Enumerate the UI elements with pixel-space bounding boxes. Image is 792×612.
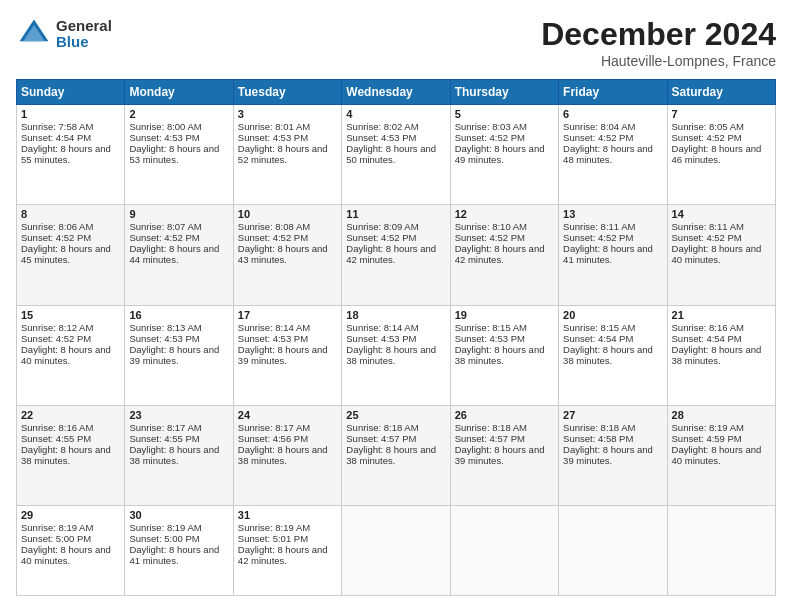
calendar-table: Sunday Monday Tuesday Wednesday Thursday… <box>16 79 776 596</box>
logo-icon <box>16 16 52 52</box>
table-row: 10Sunrise: 8:08 AMSunset: 4:52 PMDayligh… <box>233 205 341 305</box>
sunset-text: Sunset: 4:54 PM <box>563 333 633 344</box>
header-wednesday: Wednesday <box>342 80 450 105</box>
sunrise-text: Sunrise: 8:18 AM <box>563 422 635 433</box>
day-number: 15 <box>21 309 120 321</box>
sunrise-text: Sunrise: 8:16 AM <box>21 422 93 433</box>
sunrise-text: Sunrise: 8:06 AM <box>21 221 93 232</box>
table-row: 11Sunrise: 8:09 AMSunset: 4:52 PMDayligh… <box>342 205 450 305</box>
sunrise-text: Sunrise: 8:13 AM <box>129 322 201 333</box>
sunset-text: Sunset: 4:52 PM <box>455 232 525 243</box>
sunset-text: Sunset: 4:53 PM <box>346 333 416 344</box>
header: General Blue December 2024 Hauteville-Lo… <box>16 16 776 69</box>
day-number: 20 <box>563 309 662 321</box>
table-row: 29Sunrise: 8:19 AMSunset: 5:00 PMDayligh… <box>17 506 125 596</box>
daylight-text: Daylight: 8 hours and 38 minutes. <box>346 444 436 466</box>
sunrise-text: Sunrise: 8:15 AM <box>563 322 635 333</box>
sunset-text: Sunset: 4:55 PM <box>21 433 91 444</box>
day-number: 4 <box>346 108 445 120</box>
header-tuesday: Tuesday <box>233 80 341 105</box>
day-number: 12 <box>455 208 554 220</box>
sunrise-text: Sunrise: 8:09 AM <box>346 221 418 232</box>
sunset-text: Sunset: 4:52 PM <box>672 232 742 243</box>
daylight-text: Daylight: 8 hours and 40 minutes. <box>21 544 111 566</box>
logo-text: General Blue <box>56 18 112 51</box>
sunset-text: Sunset: 4:53 PM <box>129 333 199 344</box>
location-title: Hauteville-Lompnes, France <box>541 53 776 69</box>
sunset-text: Sunset: 4:53 PM <box>238 333 308 344</box>
daylight-text: Daylight: 8 hours and 38 minutes. <box>238 444 328 466</box>
daylight-text: Daylight: 8 hours and 46 minutes. <box>672 143 762 165</box>
table-row: 13Sunrise: 8:11 AMSunset: 4:52 PMDayligh… <box>559 205 667 305</box>
table-row: 7Sunrise: 8:05 AMSunset: 4:52 PMDaylight… <box>667 105 775 205</box>
day-number: 21 <box>672 309 771 321</box>
day-number: 3 <box>238 108 337 120</box>
sunrise-text: Sunrise: 8:01 AM <box>238 121 310 132</box>
sunrise-text: Sunrise: 8:02 AM <box>346 121 418 132</box>
table-row: 4Sunrise: 8:02 AMSunset: 4:53 PMDaylight… <box>342 105 450 205</box>
day-number: 8 <box>21 208 120 220</box>
table-row: 23Sunrise: 8:17 AMSunset: 4:55 PMDayligh… <box>125 405 233 505</box>
month-title: December 2024 <box>541 16 776 53</box>
table-row: 1Sunrise: 7:58 AMSunset: 4:54 PMDaylight… <box>17 105 125 205</box>
daylight-text: Daylight: 8 hours and 42 minutes. <box>238 544 328 566</box>
header-monday: Monday <box>125 80 233 105</box>
sunrise-text: Sunrise: 8:15 AM <box>455 322 527 333</box>
header-saturday: Saturday <box>667 80 775 105</box>
table-row: 27Sunrise: 8:18 AMSunset: 4:58 PMDayligh… <box>559 405 667 505</box>
table-row: 5Sunrise: 8:03 AMSunset: 4:52 PMDaylight… <box>450 105 558 205</box>
daylight-text: Daylight: 8 hours and 38 minutes. <box>21 444 111 466</box>
sunrise-text: Sunrise: 8:16 AM <box>672 322 744 333</box>
sunrise-text: Sunrise: 8:11 AM <box>563 221 635 232</box>
sunrise-text: Sunrise: 8:03 AM <box>455 121 527 132</box>
table-row <box>450 506 558 596</box>
daylight-text: Daylight: 8 hours and 38 minutes. <box>129 444 219 466</box>
table-row: 21Sunrise: 8:16 AMSunset: 4:54 PMDayligh… <box>667 305 775 405</box>
daylight-text: Daylight: 8 hours and 40 minutes. <box>21 344 111 366</box>
day-number: 16 <box>129 309 228 321</box>
table-row: 3Sunrise: 8:01 AMSunset: 4:53 PMDaylight… <box>233 105 341 205</box>
table-row: 8Sunrise: 8:06 AMSunset: 4:52 PMDaylight… <box>17 205 125 305</box>
sunset-text: Sunset: 4:52 PM <box>346 232 416 243</box>
sunrise-text: Sunrise: 8:00 AM <box>129 121 201 132</box>
day-number: 7 <box>672 108 771 120</box>
sunset-text: Sunset: 4:56 PM <box>238 433 308 444</box>
sunset-text: Sunset: 4:57 PM <box>346 433 416 444</box>
daylight-text: Daylight: 8 hours and 41 minutes. <box>563 243 653 265</box>
daylight-text: Daylight: 8 hours and 38 minutes. <box>563 344 653 366</box>
table-row: 18Sunrise: 8:14 AMSunset: 4:53 PMDayligh… <box>342 305 450 405</box>
sunrise-text: Sunrise: 8:05 AM <box>672 121 744 132</box>
table-row: 2Sunrise: 8:00 AMSunset: 4:53 PMDaylight… <box>125 105 233 205</box>
day-number: 11 <box>346 208 445 220</box>
sunrise-text: Sunrise: 8:04 AM <box>563 121 635 132</box>
table-row: 26Sunrise: 8:18 AMSunset: 4:57 PMDayligh… <box>450 405 558 505</box>
sunset-text: Sunset: 4:53 PM <box>346 132 416 143</box>
sunset-text: Sunset: 4:53 PM <box>238 132 308 143</box>
daylight-text: Daylight: 8 hours and 39 minutes. <box>563 444 653 466</box>
table-row: 17Sunrise: 8:14 AMSunset: 4:53 PMDayligh… <box>233 305 341 405</box>
daylight-text: Daylight: 8 hours and 38 minutes. <box>346 344 436 366</box>
table-row <box>342 506 450 596</box>
daylight-text: Daylight: 8 hours and 43 minutes. <box>238 243 328 265</box>
table-row: 15Sunrise: 8:12 AMSunset: 4:52 PMDayligh… <box>17 305 125 405</box>
day-number: 1 <box>21 108 120 120</box>
logo-blue: Blue <box>56 34 112 51</box>
sunrise-text: Sunrise: 8:08 AM <box>238 221 310 232</box>
sunrise-text: Sunrise: 8:17 AM <box>238 422 310 433</box>
table-row <box>667 506 775 596</box>
sunrise-text: Sunrise: 8:18 AM <box>346 422 418 433</box>
day-number: 22 <box>21 409 120 421</box>
daylight-text: Daylight: 8 hours and 39 minutes. <box>129 344 219 366</box>
table-row: 6Sunrise: 8:04 AMSunset: 4:52 PMDaylight… <box>559 105 667 205</box>
header-friday: Friday <box>559 80 667 105</box>
day-number: 25 <box>346 409 445 421</box>
day-number: 23 <box>129 409 228 421</box>
day-number: 14 <box>672 208 771 220</box>
day-number: 18 <box>346 309 445 321</box>
table-row: 19Sunrise: 8:15 AMSunset: 4:53 PMDayligh… <box>450 305 558 405</box>
sunset-text: Sunset: 4:55 PM <box>129 433 199 444</box>
daylight-text: Daylight: 8 hours and 41 minutes. <box>129 544 219 566</box>
title-block: December 2024 Hauteville-Lompnes, France <box>541 16 776 69</box>
table-row: 31Sunrise: 8:19 AMSunset: 5:01 PMDayligh… <box>233 506 341 596</box>
table-row: 16Sunrise: 8:13 AMSunset: 4:53 PMDayligh… <box>125 305 233 405</box>
